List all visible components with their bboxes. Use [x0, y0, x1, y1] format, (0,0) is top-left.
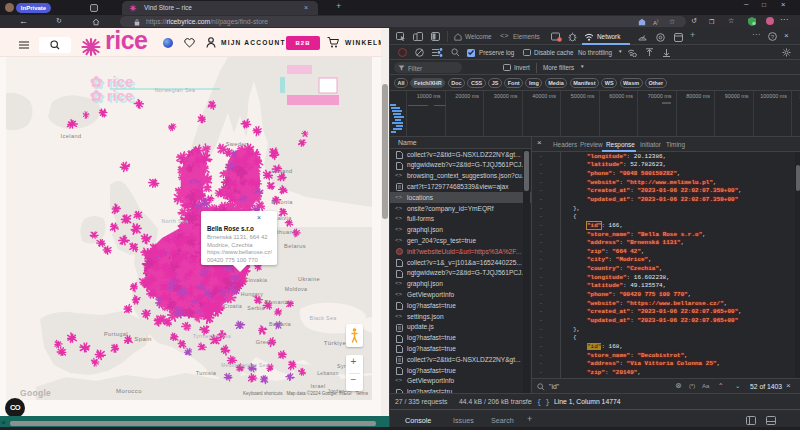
svg-text:Latvia: Latvia — [274, 215, 292, 221]
svg-text:?: ? — [771, 34, 775, 40]
svg-text:Iceland: Iceland — [61, 133, 82, 139]
svg-text:Israel: Israel — [310, 383, 325, 389]
svg-text:Romania: Romania — [264, 299, 290, 305]
svg-text:North Sea: North Sea — [162, 218, 189, 224]
svg-text:Estonia: Estonia — [271, 199, 293, 205]
svg-text:Black Sea: Black Sea — [310, 315, 337, 321]
svg-text:Sweden: Sweden — [226, 141, 249, 147]
svg-text:Bulgaria: Bulgaria — [269, 321, 291, 327]
svg-text:Türkiye: Türkiye — [324, 340, 347, 346]
svg-text:Slovakia: Slovakia — [245, 277, 268, 283]
svg-text:Hungary: Hungary — [241, 291, 263, 297]
svg-text:Ukraine: Ukraine — [298, 276, 320, 282]
svg-text:Tunisia: Tunisia — [196, 370, 217, 376]
svg-text:Spain: Spain — [134, 336, 151, 342]
svg-text:Greece: Greece — [256, 339, 277, 345]
svg-text:Portugal: Portugal — [104, 331, 128, 337]
svg-text:Serbia: Serbia — [247, 305, 264, 311]
svg-text:Morocco: Morocco — [116, 388, 142, 394]
svg-text:Norwegian Sea: Norwegian Sea — [155, 87, 196, 93]
svg-text:Belarus: Belarus — [284, 243, 306, 249]
svg-text:Mediterranean Sea: Mediterranean Sea — [221, 363, 269, 368]
svg-text:Lebanon: Lebanon — [317, 371, 338, 376]
svg-text:Croatia: Croatia — [224, 304, 242, 309]
svg-text:Finland: Finland — [271, 168, 292, 174]
svg-text:Moldova: Moldova — [285, 286, 307, 292]
svg-text:Tyrrhenian Sea: Tyrrhenian Sea — [193, 334, 231, 339]
